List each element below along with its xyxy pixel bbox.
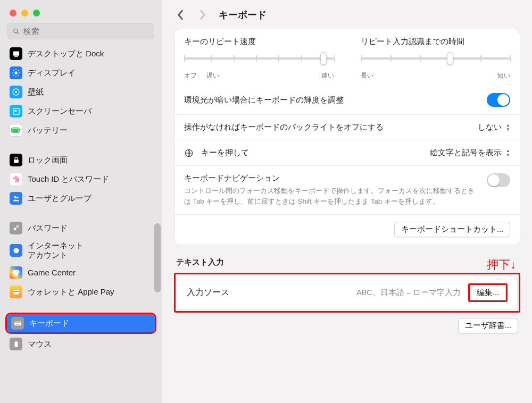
svg-point-21 (14, 196, 16, 198)
svg-rect-19 (20, 129, 21, 132)
repeat-delay-slider[interactable] (361, 52, 511, 65)
keyboard-shortcuts-button[interactable]: キーボードショートカット... (394, 222, 510, 237)
svg-text:@: @ (14, 249, 18, 253)
svg-rect-32 (15, 322, 15, 323)
repeat-short-label: 短い (497, 71, 510, 80)
repeat-speed-col: キーのリピート速度 オフ遅い 速い (184, 37, 334, 80)
brightness-toggle[interactable] (487, 93, 510, 107)
svg-rect-2 (13, 51, 19, 55)
input-source-value: ABC、日本語 – ローマ字入力 (356, 288, 461, 298)
mouse-icon (10, 338, 22, 350)
keyboard-icon (11, 317, 24, 330)
keyboard-nav-label: キーボードナビゲーション (184, 173, 479, 183)
page-title: キーボード (219, 9, 267, 21)
sidebar-item-label: ユーザとグループ (28, 194, 92, 203)
chevron-updown-icon: ▲▼ (506, 149, 510, 157)
row-input-source: 入力ソース ABC、日本語 – ローマ字入力 編集... (177, 276, 517, 309)
svg-rect-20 (14, 159, 19, 163)
sidebar-item-label: Game Center (28, 268, 76, 278)
edit-button[interactable]: 編集... (470, 285, 506, 300)
sidebar: デスクトップと Dockディスプレイ壁紙スクリーンセーババッテリーロック画面To… (0, 0, 162, 403)
sidebar-item-desktop-dock[interactable]: デスクトップと Dock (5, 45, 156, 63)
sidebar-scrollbar[interactable] (154, 223, 161, 292)
backlight-label: 操作がなければキーボードのバックライトをオフにする (184, 122, 470, 132)
keyboard-nav-toggle[interactable] (487, 173, 510, 187)
svg-point-4 (14, 71, 17, 74)
annotation-highlight-button: 編集... (468, 283, 508, 302)
input-source-label: 入力ソース (187, 287, 349, 298)
search-field[interactable] (7, 23, 154, 39)
sidebar-item-wallet[interactable]: ウォレットと Apple Pay (5, 283, 156, 301)
sidebar-item-label: ディスプレイ (28, 68, 76, 78)
sidebar-item-touchid[interactable]: Touch ID とパスワード (5, 170, 156, 188)
globe-icon (184, 148, 194, 158)
repeat-speed-knob[interactable] (320, 52, 327, 65)
panel-keyboard: キーのリピート速度 オフ遅い 速い リピート入力認識までの時間 (174, 29, 520, 245)
repeat-speed-slider[interactable] (184, 52, 334, 65)
main-content: キーボード キーのリピート速度 オフ遅い 速い リピー (162, 0, 532, 403)
sidebar-item-gamecenter[interactable]: Game Center (5, 264, 156, 282)
svg-rect-34 (17, 322, 18, 323)
sidebar-item-label: バッテリー (28, 125, 68, 135)
sidebar-item-mouse[interactable]: マウス (5, 335, 156, 353)
dock-icon (10, 47, 22, 60)
repeat-delay-col: リピート入力認識までの時間 長い 短い (361, 37, 511, 80)
svg-point-0 (14, 29, 18, 32)
sidebar-item-label: デスクトップと Dock (28, 49, 104, 58)
row-brightness: 環境光が暗い場合にキーボードの輝度を調整 (174, 86, 520, 115)
backlight-value: しない (478, 122, 502, 132)
sidebar-item-label: マウス (28, 339, 52, 349)
search-icon (12, 27, 20, 36)
row-keyboard-nav: キーボードナビゲーション コントロール間のフォーカス移動をキーボードで操作します… (174, 166, 520, 215)
header: キーボード (162, 0, 532, 29)
svg-rect-38 (14, 341, 18, 347)
user-dictionary-button[interactable]: ユーザ辞書... (458, 318, 518, 333)
battery-icon (10, 124, 22, 137)
minimize-icon[interactable] (21, 10, 28, 16)
repeat-delay-knob[interactable] (447, 52, 453, 65)
brightness-label: 環境光が暗い場合にキーボードの輝度を調整 (184, 95, 479, 105)
backlight-select[interactable]: しない ▲▼ (478, 122, 510, 132)
internet-icon: @ (10, 244, 22, 257)
shortcuts-row: キーボードショートカット... (174, 215, 520, 245)
panel-input-source: 入力ソース ABC、日本語 – ローマ字入力 編集... (177, 275, 518, 310)
svg-point-22 (16, 196, 19, 198)
sidebar-item-wallpaper[interactable]: 壁紙 (5, 83, 156, 101)
close-icon[interactable] (10, 10, 16, 16)
row-backlight: 操作がなければキーボードのバックライトをオフにする しない ▲▼ (174, 115, 520, 140)
svg-line-9 (13, 70, 14, 71)
back-button[interactable] (174, 9, 187, 21)
svg-rect-36 (19, 322, 20, 323)
svg-rect-33 (16, 322, 16, 323)
wallet-icon (10, 286, 22, 298)
maximize-icon[interactable] (33, 10, 40, 16)
sidebar-item-users[interactable]: ユーザとグループ (5, 189, 156, 207)
forward-button[interactable] (196, 9, 209, 21)
sidebar-item-passwords[interactable]: パスワード (5, 219, 156, 237)
repeat-fast-label: 速い (321, 71, 334, 80)
globe-label: キーを押して (201, 148, 422, 158)
svg-point-28 (14, 272, 18, 276)
search-input[interactable] (23, 27, 149, 36)
svg-line-11 (13, 75, 14, 75)
sidebar-item-lock[interactable]: ロック画面 (5, 151, 156, 169)
sidebar-item-label: インターネット アカウント (28, 241, 84, 260)
sidebar-item-label: パスワード (28, 223, 68, 233)
globe-select[interactable]: 絵文字と記号を表示 ▲▼ (430, 148, 510, 158)
sidebar-item-keyboard[interactable]: キーボード (7, 314, 155, 332)
sidebar-item-display[interactable]: ディスプレイ (5, 64, 156, 82)
svg-rect-30 (13, 291, 19, 291)
sidebar-item-screensaver[interactable]: スクリーンセーバ (5, 102, 156, 120)
sidebar-item-internet[interactable]: @インターネット アカウント (5, 238, 156, 263)
text-input-title: テキスト入力 (174, 257, 226, 273)
annotation-highlight-sidebar: キーボード (5, 313, 156, 334)
annotation-press: 押下↓ (487, 257, 516, 273)
svg-line-10 (18, 75, 19, 75)
keyboard-nav-desc: コントロール間のフォーカス移動をキーボードで操作します。フォーカスを次に移動する… (184, 186, 479, 207)
svg-rect-35 (18, 322, 19, 323)
wallpaper-icon (10, 86, 22, 98)
sidebar-item-label: Touch ID とパスワード (28, 174, 109, 184)
globe-value: 絵文字と記号を表示 (430, 148, 502, 158)
sidebar-item-battery[interactable]: バッテリー (5, 121, 156, 139)
sidebar-nav: デスクトップと Dockディスプレイ壁紙スクリーンセーババッテリーロック画面To… (0, 45, 162, 353)
